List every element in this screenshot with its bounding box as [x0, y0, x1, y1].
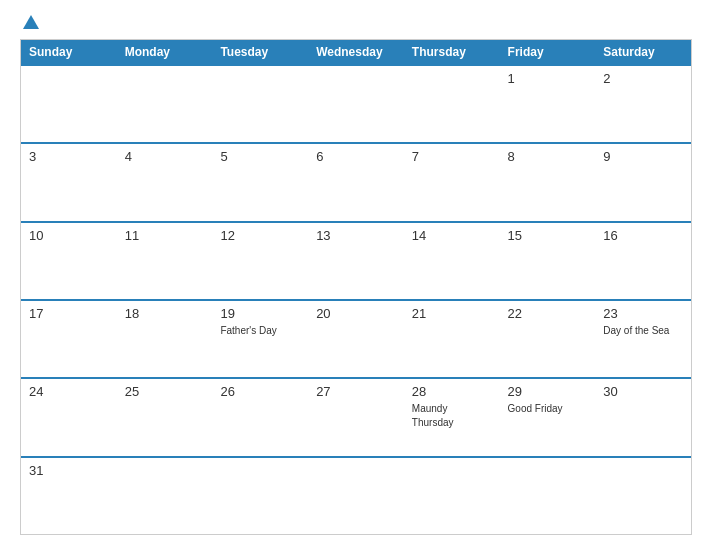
cal-cell-r2-c4: 14 — [404, 223, 500, 299]
cal-header-monday: Monday — [117, 40, 213, 64]
cal-cell-r4-c3: 27 — [308, 379, 404, 455]
cal-cell-r2-c2: 12 — [212, 223, 308, 299]
cal-cell-r4-c2: 26 — [212, 379, 308, 455]
cal-cell-r3-c6: 23Day of the Sea — [595, 301, 691, 377]
cal-cell-r1-c2: 5 — [212, 144, 308, 220]
day-number: 1 — [508, 71, 588, 86]
page-header — [20, 15, 692, 29]
cal-cell-r2-c5: 15 — [500, 223, 596, 299]
day-number: 5 — [220, 149, 300, 164]
cal-cell-r5-c3 — [308, 458, 404, 534]
cal-cell-r1-c5: 8 — [500, 144, 596, 220]
day-number: 24 — [29, 384, 109, 399]
cal-cell-r0-c1 — [117, 66, 213, 142]
cal-cell-r0-c4 — [404, 66, 500, 142]
day-number: 19 — [220, 306, 300, 321]
cal-cell-r1-c1: 4 — [117, 144, 213, 220]
cal-header-tuesday: Tuesday — [212, 40, 308, 64]
day-number: 14 — [412, 228, 492, 243]
holiday-label: Maundy Thursday — [412, 403, 454, 428]
holiday-label: Day of the Sea — [603, 325, 669, 336]
day-number: 21 — [412, 306, 492, 321]
day-number: 9 — [603, 149, 683, 164]
cal-cell-r1-c3: 6 — [308, 144, 404, 220]
cal-cell-r5-c2 — [212, 458, 308, 534]
cal-row-4: 2425262728Maundy Thursday29Good Friday30 — [21, 377, 691, 455]
cal-cell-r4-c5: 29Good Friday — [500, 379, 596, 455]
cal-cell-r5-c1 — [117, 458, 213, 534]
cal-header-thursday: Thursday — [404, 40, 500, 64]
cal-cell-r3-c4: 21 — [404, 301, 500, 377]
cal-cell-r5-c4 — [404, 458, 500, 534]
day-number: 16 — [603, 228, 683, 243]
cal-header-wednesday: Wednesday — [308, 40, 404, 64]
logo-triangle-icon — [23, 15, 39, 29]
cal-cell-r3-c2: 19Father's Day — [212, 301, 308, 377]
cal-row-2: 10111213141516 — [21, 221, 691, 299]
cal-row-0: 12 — [21, 64, 691, 142]
day-number: 4 — [125, 149, 205, 164]
cal-cell-r2-c1: 11 — [117, 223, 213, 299]
day-number: 31 — [29, 463, 109, 478]
holiday-label: Good Friday — [508, 403, 563, 414]
cal-cell-r3-c5: 22 — [500, 301, 596, 377]
logo — [20, 15, 40, 29]
cal-header-friday: Friday — [500, 40, 596, 64]
holiday-label: Father's Day — [220, 325, 276, 336]
day-number: 8 — [508, 149, 588, 164]
cal-cell-r4-c4: 28Maundy Thursday — [404, 379, 500, 455]
cal-cell-r4-c6: 30 — [595, 379, 691, 455]
day-number: 17 — [29, 306, 109, 321]
cal-cell-r3-c1: 18 — [117, 301, 213, 377]
calendar-body: 12345678910111213141516171819Father's Da… — [21, 64, 691, 534]
cal-header-sunday: Sunday — [21, 40, 117, 64]
cal-header-saturday: Saturday — [595, 40, 691, 64]
day-number: 7 — [412, 149, 492, 164]
cal-cell-r5-c6 — [595, 458, 691, 534]
day-number: 28 — [412, 384, 492, 399]
cal-cell-r1-c0: 3 — [21, 144, 117, 220]
day-number: 22 — [508, 306, 588, 321]
day-number: 3 — [29, 149, 109, 164]
day-number: 2 — [603, 71, 683, 86]
calendar-grid: SundayMondayTuesdayWednesdayThursdayFrid… — [20, 39, 692, 535]
day-number: 12 — [220, 228, 300, 243]
cal-cell-r1-c6: 9 — [595, 144, 691, 220]
day-number: 29 — [508, 384, 588, 399]
day-number: 30 — [603, 384, 683, 399]
day-number: 13 — [316, 228, 396, 243]
cal-cell-r4-c0: 24 — [21, 379, 117, 455]
cal-cell-r5-c0: 31 — [21, 458, 117, 534]
cal-row-5: 31 — [21, 456, 691, 534]
day-number: 26 — [220, 384, 300, 399]
cal-cell-r5-c5 — [500, 458, 596, 534]
day-number: 23 — [603, 306, 683, 321]
cal-row-1: 3456789 — [21, 142, 691, 220]
day-number: 18 — [125, 306, 205, 321]
day-number: 11 — [125, 228, 205, 243]
day-number: 6 — [316, 149, 396, 164]
cal-cell-r0-c0 — [21, 66, 117, 142]
cal-cell-r0-c5: 1 — [500, 66, 596, 142]
cal-cell-r2-c3: 13 — [308, 223, 404, 299]
day-number: 15 — [508, 228, 588, 243]
cal-cell-r1-c4: 7 — [404, 144, 500, 220]
cal-cell-r3-c3: 20 — [308, 301, 404, 377]
cal-cell-r2-c0: 10 — [21, 223, 117, 299]
day-number: 20 — [316, 306, 396, 321]
day-number: 27 — [316, 384, 396, 399]
calendar-header-row: SundayMondayTuesdayWednesdayThursdayFrid… — [21, 40, 691, 64]
cal-cell-r3-c0: 17 — [21, 301, 117, 377]
day-number: 10 — [29, 228, 109, 243]
cal-cell-r0-c2 — [212, 66, 308, 142]
day-number: 25 — [125, 384, 205, 399]
cal-cell-r4-c1: 25 — [117, 379, 213, 455]
cal-cell-r2-c6: 16 — [595, 223, 691, 299]
cal-row-3: 171819Father's Day20212223Day of the Sea — [21, 299, 691, 377]
cal-cell-r0-c6: 2 — [595, 66, 691, 142]
cal-cell-r0-c3 — [308, 66, 404, 142]
calendar-page: SundayMondayTuesdayWednesdayThursdayFrid… — [0, 0, 712, 550]
